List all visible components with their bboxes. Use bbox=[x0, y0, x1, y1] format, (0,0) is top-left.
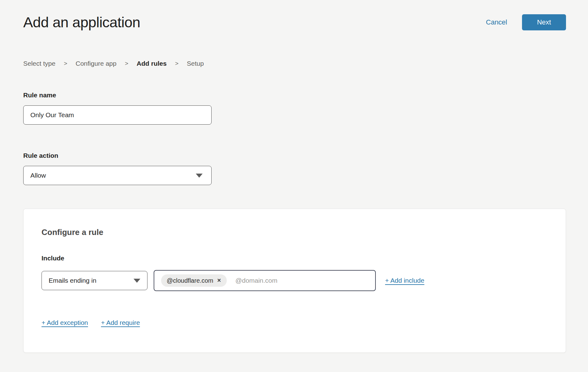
email-domain-entry-input[interactable] bbox=[235, 277, 370, 284]
configure-rule-card: Configure a rule Include Emails ending i… bbox=[23, 209, 566, 353]
rule-action-select[interactable]: Allow bbox=[23, 166, 212, 185]
chevron-down-icon bbox=[134, 279, 140, 283]
rule-name-input[interactable] bbox=[23, 105, 212, 125]
breadcrumb-separator: > bbox=[64, 60, 67, 67]
breadcrumb: Select type > Configure app > Add rules … bbox=[23, 60, 566, 67]
include-criteria-select[interactable]: Emails ending in bbox=[42, 271, 147, 290]
next-button[interactable]: Next bbox=[522, 14, 566, 30]
email-domains-tag-input[interactable]: @cloudflare.com ✕ bbox=[154, 270, 376, 291]
breadcrumb-step-add-rules[interactable]: Add rules bbox=[137, 60, 167, 67]
add-include-link[interactable]: + Add include bbox=[385, 277, 424, 284]
rule-action-selected-value: Allow bbox=[30, 172, 46, 179]
rule-action-label: Rule action bbox=[23, 152, 566, 159]
add-application-page: Add an application Cancel Next Select ty… bbox=[0, 0, 588, 372]
add-exception-link[interactable]: + Add exception bbox=[42, 319, 88, 326]
configure-rule-title: Configure a rule bbox=[42, 228, 547, 237]
email-domain-tag: @cloudflare.com ✕ bbox=[161, 274, 227, 287]
header-actions: Cancel Next bbox=[486, 14, 566, 30]
remove-tag-icon[interactable]: ✕ bbox=[217, 278, 221, 283]
include-label: Include bbox=[42, 255, 547, 262]
breadcrumb-separator: > bbox=[125, 60, 128, 67]
secondary-links-row: + Add exception + Add require bbox=[42, 319, 547, 326]
include-criteria-selected-value: Emails ending in bbox=[49, 277, 96, 284]
rule-name-label: Rule name bbox=[23, 91, 566, 99]
cancel-button[interactable]: Cancel bbox=[486, 18, 507, 26]
email-domain-tag-label: @cloudflare.com bbox=[167, 277, 213, 284]
page-header: Add an application Cancel Next bbox=[23, 14, 566, 31]
page-title: Add an application bbox=[23, 14, 140, 31]
chevron-down-icon bbox=[196, 174, 203, 178]
breadcrumb-separator: > bbox=[175, 60, 178, 67]
add-require-link[interactable]: + Add require bbox=[101, 319, 140, 326]
include-rule-row: Emails ending in @cloudflare.com ✕ + Add… bbox=[42, 270, 547, 291]
breadcrumb-step-configure-app[interactable]: Configure app bbox=[76, 60, 116, 67]
breadcrumb-step-setup[interactable]: Setup bbox=[187, 60, 204, 67]
breadcrumb-step-select-type[interactable]: Select type bbox=[23, 60, 55, 67]
